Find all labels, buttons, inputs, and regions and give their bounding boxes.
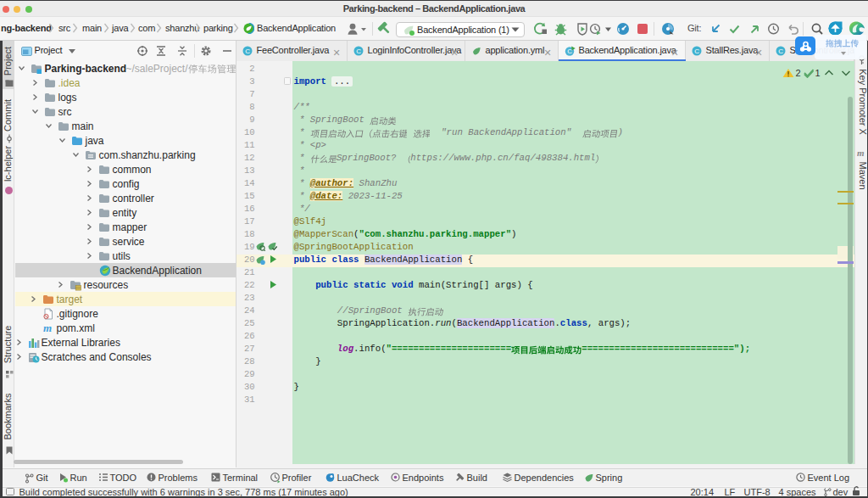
svg-text:C: C	[778, 48, 783, 55]
svg-text:m: m	[43, 322, 52, 334]
svg-text:C: C	[694, 48, 699, 55]
svg-text:m: m	[857, 148, 865, 158]
svg-text:C: C	[356, 48, 361, 55]
svg-text:C: C	[567, 48, 572, 55]
svg-text:C: C	[245, 48, 250, 55]
